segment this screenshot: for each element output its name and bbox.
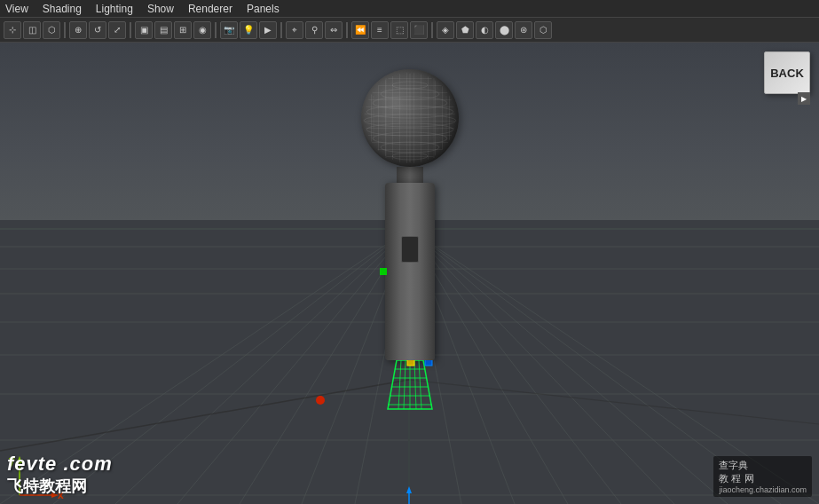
toolbar-sep-3 [215, 22, 217, 38]
toolbar-sep-2 [130, 22, 131, 38]
watermark-left: fevte .com 飞特教程网 [7, 453, 113, 497]
tool-object[interactable]: ◉ [193, 21, 211, 39]
svg-rect-61 [425, 360, 432, 366]
watermark2-line1: 查字典 [719, 459, 807, 472]
tool-grid[interactable]: ⊞ [174, 21, 192, 39]
svg-point-40 [366, 106, 453, 118]
toolbar-sep-6 [431, 22, 433, 38]
svg-line-57 [404, 360, 406, 409]
toolbar-sep-5 [346, 22, 348, 38]
svg-point-44 [381, 142, 439, 153]
svg-marker-36 [406, 486, 412, 493]
tool-extra4[interactable]: ⬟ [456, 21, 474, 39]
tool-move[interactable]: ⊕ [69, 21, 87, 39]
svg-line-60 [419, 360, 421, 409]
tool-extra8[interactable]: ⬡ [534, 21, 552, 39]
watermark-right: 查字典 教 程 网 jiaocheng.chazidian.com [713, 456, 812, 497]
menubar: View Shading Lighting Show Renderer Pane… [0, 0, 819, 18]
tool-snap[interactable]: ⌖ [286, 21, 303, 39]
watermark2-url: jiaocheng.chazidian.com [719, 485, 807, 494]
menu-show[interactable]: Show [146, 3, 176, 15]
tool-sym[interactable]: ⇔ [325, 21, 343, 39]
tool-camera[interactable]: 📷 [220, 21, 238, 39]
view-cube[interactable]: BACK ▶ [757, 51, 810, 105]
toolbar-sep-1 [64, 22, 66, 38]
tool-paint[interactable]: ⬡ [43, 21, 60, 39]
svg-line-59 [414, 360, 416, 409]
svg-point-41 [364, 114, 456, 127]
svg-point-42 [366, 123, 453, 136]
svg-point-37 [392, 82, 428, 89]
tool-hide[interactable]: ▤ [154, 21, 172, 39]
menu-panels[interactable]: Panels [245, 3, 281, 15]
menu-renderer[interactable]: Renderer [186, 3, 234, 15]
tool-extra2[interactable]: ⬛ [410, 21, 428, 39]
microphone-model [361, 69, 459, 413]
mic-head [361, 69, 459, 167]
tool-select[interactable]: ⊹ [4, 21, 21, 39]
tool-history[interactable]: ⏪ [351, 21, 369, 39]
tool-extra7[interactable]: ⊛ [515, 21, 532, 39]
watermark-line2: 飞特教程网 [7, 476, 113, 497]
svg-point-38 [381, 89, 439, 99]
toolbar-sep-4 [280, 22, 282, 38]
mic-neck [397, 167, 423, 183]
tool-extra6[interactable]: ⬤ [495, 21, 513, 39]
watermark-line1: fevte .com [7, 453, 113, 476]
watermark2-line2: 教 程 网 [719, 472, 807, 485]
svg-line-28 [409, 380, 819, 424]
tool-light[interactable]: 💡 [240, 21, 257, 39]
menu-lighting[interactable]: Lighting [94, 3, 135, 15]
selection-dot-red [316, 396, 325, 405]
tool-rotate[interactable]: ↺ [89, 21, 106, 39]
menu-view[interactable]: View [4, 3, 30, 15]
tool-show[interactable]: ▣ [135, 21, 153, 39]
svg-point-43 [373, 132, 447, 145]
mic-body [385, 183, 435, 360]
tool-extra5[interactable]: ◐ [476, 21, 493, 39]
view-cube-label[interactable]: BACK [764, 51, 810, 94]
tool-channels[interactable]: ≡ [371, 21, 389, 39]
view-cube-arrow[interactable]: ▶ [798, 92, 810, 105]
tool-extra1[interactable]: ⬚ [390, 21, 408, 39]
tool-render[interactable]: ▶ [259, 21, 277, 39]
menu-shading[interactable]: Shading [41, 3, 83, 15]
tool-extra3[interactable]: ◈ [437, 21, 454, 39]
tool-scale[interactable]: ⤢ [108, 21, 126, 39]
tool-magnet[interactable]: ⚲ [305, 21, 323, 39]
toolbar: ⊹ ◫ ⬡ ⊕ ↺ ⤢ ▣ ▤ ⊞ ◉ 📷 💡 ▶ ⌖ ⚲ ⇔ ⏪ ≡ ⬚ ⬛ … [0, 18, 819, 43]
selection-dot-green [380, 268, 387, 275]
svg-rect-62 [407, 360, 414, 366]
viewport[interactable]: y x [0, 43, 819, 504]
tool-lasso[interactable]: ◫ [23, 21, 41, 39]
mic-cage [379, 360, 441, 413]
svg-point-39 [373, 97, 447, 109]
svg-line-56 [398, 360, 401, 409]
svg-point-45 [392, 153, 428, 160]
